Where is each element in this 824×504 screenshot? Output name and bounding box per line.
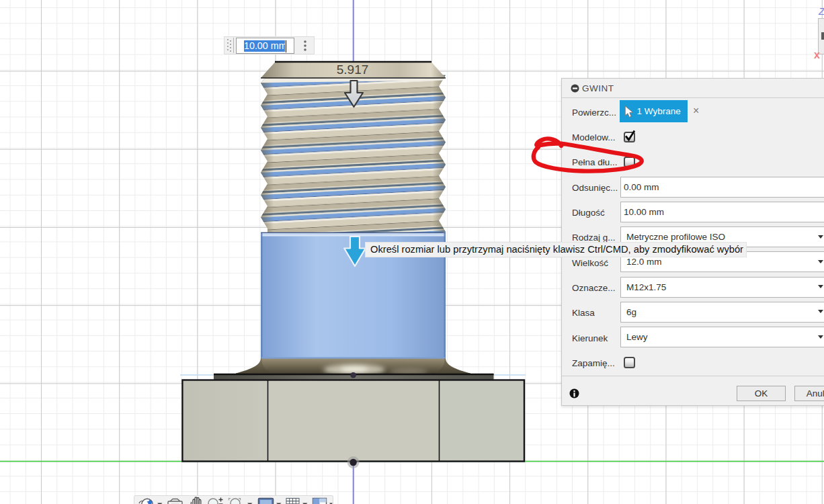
svg-text:5.917: 5.917 xyxy=(337,62,369,77)
